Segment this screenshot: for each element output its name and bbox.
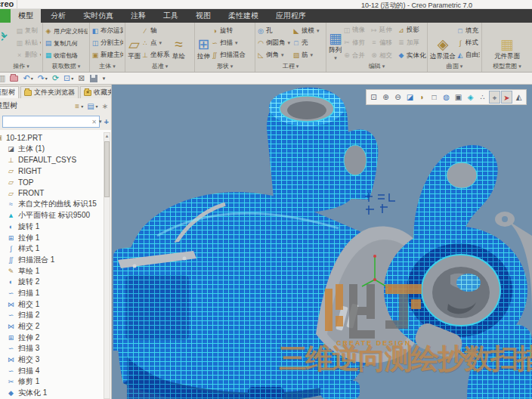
tree-item[interactable]: ∽扫描 1 xyxy=(0,288,111,299)
tree-filters-icon[interactable]: ≡ xyxy=(75,102,79,110)
tree-item[interactable]: ◆实体化 1 xyxy=(0,388,111,399)
customize-toolbar-button[interactable]: ▼ xyxy=(102,76,107,81)
boundary-blend-button[interactable]: ◈边界混合 xyxy=(429,24,456,62)
offset-button[interactable]: ≡偏移 xyxy=(370,37,397,48)
tree-item[interactable]: ◐旋转 1 xyxy=(0,221,111,233)
windows-button[interactable]: ⊡▾ xyxy=(63,73,73,83)
extend-button[interactable]: ↦延伸 xyxy=(370,25,397,36)
search-options-icon[interactable]: ▾ xyxy=(99,119,102,125)
expand-search-icon[interactable]: + xyxy=(104,117,109,126)
group-label-get-data[interactable]: 获取数据 xyxy=(43,62,89,72)
shade-icon[interactable]: ◗ xyxy=(416,91,428,104)
extrude-button[interactable]: ⊞拉伸 xyxy=(196,24,211,62)
axis-button[interactable]: ∕轴 xyxy=(141,26,172,37)
graphics-viewport[interactable]: ⊡ ⊕ ⊖ ◪ ◗ □ ◍ ▣ ◈ ∴ ⌖ ➤ ◭ xyxy=(112,85,532,399)
hole-button[interactable]: ◎孔 xyxy=(257,26,292,37)
tab-view[interactable]: 视图 xyxy=(188,9,218,23)
tree-item[interactable]: ⊞拉伸 1 xyxy=(0,232,111,243)
tree-item[interactable]: ⊞拉伸 2 xyxy=(0,332,111,343)
tree-item[interactable]: ∬扫描混合 1 xyxy=(0,255,111,266)
mirror-button[interactable]: ◫镜像 xyxy=(343,25,370,36)
group-label-shapes[interactable]: 形状 xyxy=(195,62,255,72)
tree-item[interactable]: ⋈相交 2 xyxy=(0,321,111,332)
tab-favorites[interactable]: ★收藏夹 xyxy=(80,86,111,98)
tree-item[interactable]: ∫样式 1 xyxy=(0,243,111,255)
spin-center-icon[interactable]: ⌖ xyxy=(489,91,500,104)
tree-columns-icon[interactable]: ▤ xyxy=(87,102,94,110)
merge-button[interactable]: ⊕合并 xyxy=(343,50,370,61)
copy-geometry-button[interactable]: ▤复制几何 xyxy=(45,38,88,49)
group-label-engineering[interactable]: 工程 xyxy=(255,62,326,72)
tree-scrollbar[interactable]: ▲ xyxy=(104,132,110,399)
display-style-icon[interactable]: □ xyxy=(428,91,440,104)
undo-button[interactable]: ↶▾ xyxy=(23,73,32,83)
sections-icon[interactable]: ◍ xyxy=(441,91,452,104)
project-button[interactable]: ⊿投影 xyxy=(397,25,425,36)
tab-tools[interactable]: 工具 xyxy=(156,9,186,23)
style-button[interactable]: ∫样式 xyxy=(456,38,480,49)
tree-settings-icon[interactable]: ∗ xyxy=(102,102,108,110)
round-button[interactable]: ◠倒圆角 xyxy=(257,38,292,49)
group-label-surfaces[interactable]: 曲面 xyxy=(428,62,481,72)
intersect-button[interactable]: ⊗相交 xyxy=(370,50,397,61)
plane-button[interactable]: ▱平面 xyxy=(127,24,141,62)
close-window-button[interactable]: ⊠ xyxy=(78,73,85,83)
group-label-editing[interactable]: 编辑 xyxy=(326,62,427,72)
swept-blend-button[interactable]: ∬扫描混合 xyxy=(211,50,246,61)
tree-item[interactable]: ⊥DEFAULT_CSYS xyxy=(0,154,111,165)
shrinkwrap-button[interactable]: ▦收缩包络 xyxy=(45,50,88,61)
thicken-button[interactable]: ≣加厚 xyxy=(397,37,425,48)
group-label-datum[interactable]: 基准 xyxy=(125,62,194,72)
tree-item[interactable]: ◪主体 (1) xyxy=(0,144,111,155)
revolve-button[interactable]: ◑旋转 xyxy=(211,26,246,37)
perspective-icon[interactable]: ◭ xyxy=(513,91,524,104)
new-body-button[interactable]: ▣新建主体 xyxy=(91,50,123,61)
zoom-out-icon[interactable]: ⊖ xyxy=(392,91,404,104)
sweep-button[interactable]: ∽扫描 xyxy=(211,38,246,49)
rib-button[interactable]: ▨筋 xyxy=(292,50,320,61)
open-button[interactable] xyxy=(10,76,18,82)
tab-flex-modeling[interactable]: 柔性建模 xyxy=(221,9,266,23)
tab-model[interactable]: 模型 xyxy=(11,9,41,23)
split-body-button[interactable]: ◫分割主体 xyxy=(91,38,123,49)
pattern-button[interactable]: ▦阵列 xyxy=(328,24,343,62)
tree-item[interactable]: ◐旋转 2 xyxy=(0,277,111,288)
tree-item[interactable]: ▱RIGHT xyxy=(0,165,111,177)
tree-item[interactable]: ⋈相交 1 xyxy=(0,298,111,310)
save-button[interactable] xyxy=(90,75,97,82)
copy-button[interactable]: ▤复制 xyxy=(16,26,41,37)
zoom-fit-icon[interactable]: ⊡ xyxy=(368,91,379,104)
regenerate-quick-button[interactable]: ⟳ xyxy=(52,73,59,83)
file-tab[interactable] xyxy=(0,9,11,23)
datum-display-icon[interactable]: ◈ xyxy=(465,91,476,104)
annotation-display-icon[interactable]: ∴ xyxy=(477,91,488,104)
shell-button[interactable]: □壳 xyxy=(292,38,320,49)
tree-item[interactable]: ▲小平面特征 标识9500 xyxy=(0,210,111,221)
group-label-body[interactable]: 主体 xyxy=(90,62,125,72)
tree-item[interactable]: ▱FRONT xyxy=(0,187,111,199)
delete-button[interactable]: ×删除 xyxy=(16,50,41,61)
csys-button[interactable]: ⊥坐标系 xyxy=(141,50,172,61)
tab-annotate[interactable]: 注释 xyxy=(123,9,153,23)
tree-item[interactable]: ▱TOP xyxy=(0,177,111,188)
tree-item[interactable]: ▣10-12.PRT xyxy=(0,132,111,144)
clear-search-icon[interactable]: ✕ xyxy=(91,119,97,125)
tab-model-tree[interactable]: 模型树 xyxy=(0,86,19,98)
tab-analysis[interactable]: 分析 xyxy=(43,9,73,23)
tab-applications[interactable]: 应用程序 xyxy=(268,9,314,23)
repaint-icon[interactable]: ◪ xyxy=(404,91,416,104)
chamfer-button[interactable]: ◺倒角 xyxy=(257,50,292,61)
redo-button[interactable]: ↷▾ xyxy=(38,73,48,83)
group-label-operations[interactable]: 操作 xyxy=(0,62,42,72)
freestyle-button[interactable]: ◭自由式 xyxy=(456,50,480,61)
scrollbar-thumb[interactable] xyxy=(104,141,110,197)
component-interface-button[interactable]: ▦元件界面 xyxy=(493,24,521,62)
sketch-button[interactable]: ≈草绘 xyxy=(172,24,186,62)
boolean-button[interactable]: ◧布尔运算 xyxy=(91,26,123,37)
tree-item[interactable]: ∽扫描 3 xyxy=(0,343,111,354)
udf-button[interactable]: ◈用户定义特征 xyxy=(45,26,88,37)
tree-item[interactable]: ∽扫描 2 xyxy=(0,310,111,321)
zoom-in-icon[interactable]: ⊕ xyxy=(380,91,391,104)
tree-item[interactable]: ✂修剪 1 xyxy=(0,376,111,388)
tree-item[interactable]: ✎草绘 1 xyxy=(0,265,111,277)
